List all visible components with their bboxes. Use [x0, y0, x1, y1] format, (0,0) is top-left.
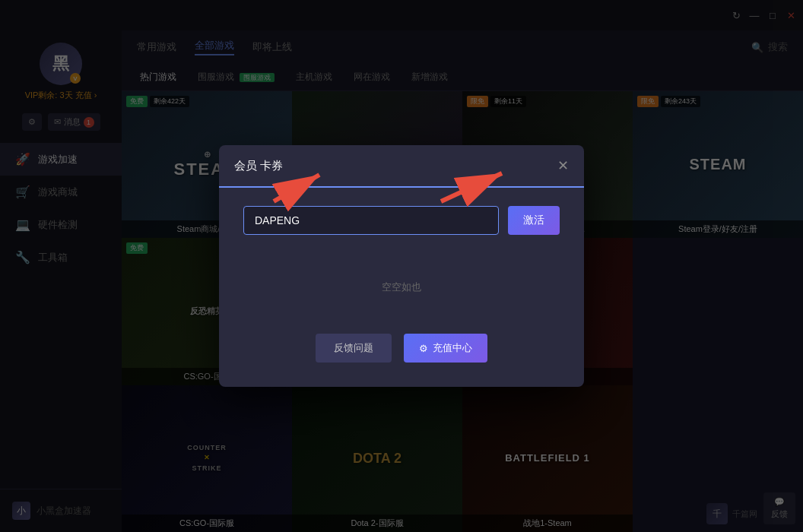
modal-overlay[interactable]: 会员 卡券 ✕ 激活 — [0, 0, 803, 532]
recharge-button[interactable]: ⚙ 充值中心 — [404, 334, 487, 363]
recharge-label: 充值中心 — [433, 341, 472, 355]
modal-body: 激活 空空如也 反馈问题 — [219, 188, 584, 387]
coupon-input[interactable] — [243, 206, 499, 235]
modal-close-button[interactable]: ✕ — [557, 157, 569, 174]
modal-header: 会员 卡券 ✕ — [219, 145, 584, 188]
modal-title: 会员 卡券 — [234, 159, 283, 173]
modal-empty-text: 空空如也 — [243, 265, 560, 309]
modal-input-row: 激活 — [243, 206, 560, 235]
feedback-button[interactable]: 反馈问题 — [316, 334, 392, 363]
member-coupon-modal: 会员 卡券 ✕ 激活 — [219, 145, 584, 387]
activate-button[interactable]: 激活 — [508, 206, 560, 235]
modal-footer-buttons: 反馈问题 ⚙ 充值中心 — [243, 334, 560, 363]
recharge-icon: ⚙ — [419, 343, 428, 354]
